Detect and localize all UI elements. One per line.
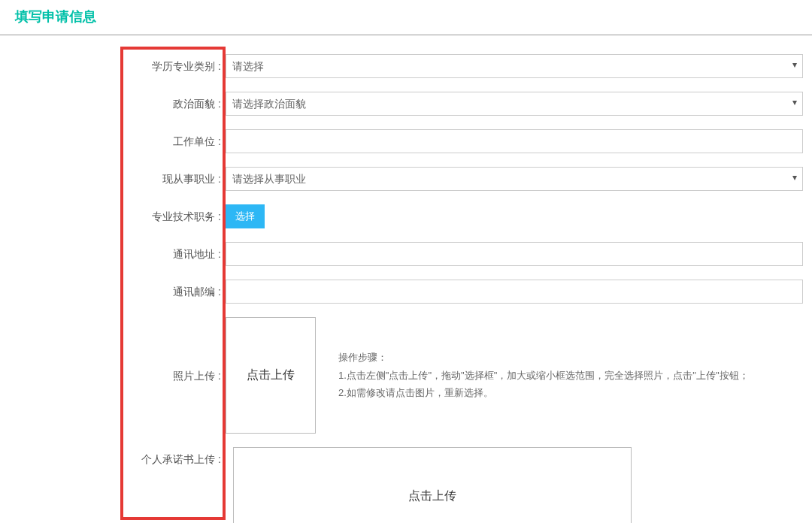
hint-line-1: 1.点击左侧"点击上传"，拖动"选择框"，加大或缩小框选范围，完全选择照片，点击… (338, 367, 749, 384)
button-select-tech-title[interactable]: 选择 (226, 204, 265, 228)
row-postcode: 通讯邮编 : (120, 280, 803, 304)
row-current-job: 现从事职业 : 请选择从事职业 (120, 167, 803, 191)
select-current-job[interactable]: 请选择从事职业 (226, 167, 803, 191)
label-postcode: 通讯邮编 : (120, 280, 226, 304)
photo-upload-hint: 操作步骤： 1.点击左侧"点击上传"，拖动"选择框"，加大或缩小框选范围，完全选… (338, 349, 749, 401)
button-commitment-upload[interactable]: 点击上传 (233, 447, 632, 523)
row-tech-title: 专业技术职务 : 选择 (120, 204, 803, 228)
input-work-unit[interactable] (226, 129, 803, 153)
input-address[interactable] (226, 242, 803, 266)
page-title: 填写申请信息 (0, 0, 812, 35)
label-commitment-upload: 个人承诺书上传 : (120, 447, 226, 471)
divider (0, 35, 812, 35)
row-photo-upload: 照片上传 : 点击上传 操作步骤： 1.点击左侧"点击上传"，拖动"选择框"，加… (120, 317, 803, 434)
button-photo-upload[interactable]: 点击上传 (226, 317, 316, 434)
label-current-job: 现从事职业 : (120, 167, 226, 191)
label-address: 通讯地址 : (120, 242, 226, 266)
label-tech-title: 专业技术职务 : (120, 204, 226, 228)
select-political-status[interactable]: 请选择政治面貌 (226, 92, 803, 116)
hint-line-2: 2.如需修改请点击图片，重新选择。 (338, 384, 749, 401)
application-form: 学历专业类别 : 请选择 政治面貌 : 请选择政治面貌 工作单位 : 现从事职业… (0, 54, 812, 523)
row-work-unit: 工作单位 : (120, 129, 803, 153)
row-address: 通讯地址 : (120, 242, 803, 266)
row-edu-category: 学历专业类别 : 请选择 (120, 54, 803, 78)
label-political-status: 政治面貌 : (120, 92, 226, 116)
input-postcode[interactable] (226, 280, 803, 304)
label-edu-category: 学历专业类别 : (120, 54, 226, 78)
label-photo-upload: 照片上传 : (120, 317, 226, 434)
row-political-status: 政治面貌 : 请选择政治面貌 (120, 92, 803, 116)
row-commitment-upload: 个人承诺书上传 : 点击上传 (120, 447, 803, 523)
select-edu-category[interactable]: 请选择 (226, 54, 803, 78)
label-work-unit: 工作单位 : (120, 129, 226, 153)
hint-title: 操作步骤： (338, 349, 749, 366)
